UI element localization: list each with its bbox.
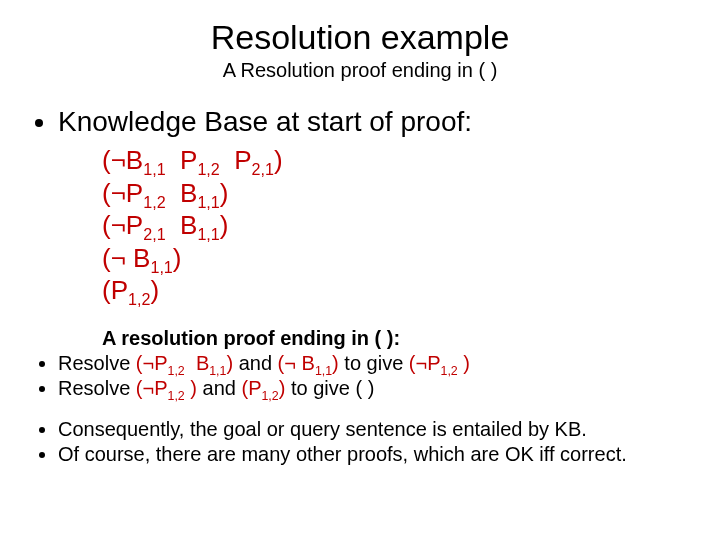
- proof-block: A resolution proof ending in ( ): Resolv…: [30, 327, 690, 466]
- conclusion-list: Consequently, the goal or query sentence…: [30, 418, 690, 466]
- not-icon: ¬: [111, 178, 126, 208]
- clause-3: (¬P2,1 B1,1): [102, 209, 690, 242]
- clause-5: (P1,2): [102, 274, 690, 307]
- proof-heading: A resolution proof ending in ( ):: [102, 327, 690, 350]
- clause-ref: (¬P1,2 B1,1): [136, 352, 233, 374]
- clause-4: (¬ B1,1): [102, 242, 690, 275]
- not-icon: ¬: [111, 210, 126, 240]
- bullet-list: Knowledge Base at start of proof:: [30, 106, 690, 138]
- conclusion-1: Consequently, the goal or query sentence…: [58, 418, 690, 441]
- clause-1: (¬B1,1 P1,2 P2,1): [102, 144, 690, 177]
- resolve-step-1: Resolve (¬P1,2 B1,1) and (¬ B1,1) to giv…: [58, 352, 690, 375]
- not-icon: ¬: [111, 145, 126, 175]
- clause-ref: (P1,2): [241, 377, 285, 399]
- slide-subtitle: A Resolution proof ending in ( ): [30, 59, 690, 82]
- kb-heading-bullet: Knowledge Base at start of proof:: [58, 106, 690, 138]
- slide-title: Resolution example: [30, 18, 690, 57]
- slide: Resolution example A Resolution proof en…: [0, 0, 720, 540]
- empty-clause: ( ): [355, 377, 374, 399]
- resolve-step-2: Resolve (¬P1,2 ) and (P1,2) to give ( ): [58, 377, 690, 400]
- knowledge-base-clauses: (¬B1,1 P1,2 P2,1) (¬P1,2 B1,1) (¬P2,1 B1…: [102, 144, 690, 307]
- conclusion-2: Of course, there are many other proofs, …: [58, 443, 690, 466]
- proof-steps: Resolve (¬P1,2 B1,1) and (¬ B1,1) to giv…: [30, 352, 690, 400]
- clause-ref: (¬ B1,1): [278, 352, 339, 374]
- clause-2: (¬P1,2 B1,1): [102, 177, 690, 210]
- clause-ref: (¬P1,2 ): [409, 352, 470, 374]
- not-icon: ¬: [111, 243, 126, 273]
- clause-ref: (¬P1,2 ): [136, 377, 197, 399]
